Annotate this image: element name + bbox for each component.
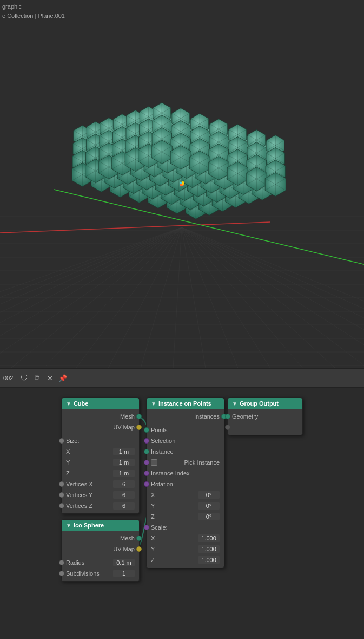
iop-pick-instance-row[interactable]: Pick Instance	[147, 457, 224, 468]
cube-uvmap-socket[interactable]	[136, 425, 142, 430]
cube-header-icon: ▼	[66, 401, 71, 407]
iop-instance-label: Instance	[151, 448, 174, 455]
ico-subdiv-value[interactable]: 1	[113, 570, 135, 577]
cube-title: Cube	[74, 400, 89, 407]
go-body: Geometry	[228, 409, 302, 435]
iop-rot-y-row[interactable]: Y 0°	[147, 500, 224, 511]
pin-icon[interactable]: 📌	[57, 373, 68, 383]
iop-pick-checkbox[interactable]	[151, 459, 157, 466]
ico-subdiv-label: Subdivisions	[66, 570, 100, 577]
iop-node-header[interactable]: ▼ Instance on Points	[147, 398, 224, 409]
go-node-header[interactable]: ▼ Group Output	[228, 398, 302, 409]
iop-points-socket[interactable]	[144, 427, 149, 433]
iop-rot-x-row[interactable]: X 0°	[147, 490, 224, 500]
instance-on-points-node[interactable]: ▼ Instance on Points Instances Points Se…	[146, 397, 224, 568]
3d-viewport[interactable]: graphic e Collection | Plane.001	[0, 0, 364, 368]
cube-mesh-row: Mesh	[62, 411, 139, 422]
ico-radius-value[interactable]: 0.1 m	[113, 559, 135, 566]
ico-radius-label: Radius	[66, 559, 84, 566]
iop-index-socket[interactable]	[144, 471, 149, 476]
iop-rot-y-value[interactable]: 0°	[198, 502, 220, 510]
cube-vz-row[interactable]: Vertices Z 6	[62, 500, 139, 511]
cube-vz-socket[interactable]	[59, 503, 64, 508]
go-geometry-socket[interactable]	[225, 414, 230, 419]
node-toolbar: 002 🛡 ⧉ ✕ 📌	[0, 368, 364, 388]
cube-z-row[interactable]: Z 1 m	[62, 468, 139, 479]
cube-x-value[interactable]: 1 m	[113, 448, 135, 455]
cube-vx-row[interactable]: Vertices X 6	[62, 479, 139, 490]
go-title: Group Output	[240, 400, 279, 407]
ico-subdiv-socket[interactable]	[59, 571, 64, 576]
cube-size-row: Size:	[62, 435, 139, 446]
iop-scale-z-label: Z	[151, 557, 155, 563]
iop-selection-row: Selection	[147, 435, 224, 446]
iop-points-row: Points	[147, 425, 224, 435]
iop-selection-socket[interactable]	[144, 438, 149, 444]
cube-body: Mesh UV Map Size: X 1 m Y 1 m	[62, 409, 139, 513]
cube-vz-value[interactable]: 6	[113, 502, 135, 510]
iop-rot-z-label: Z	[151, 513, 155, 520]
cube-z-value[interactable]: 1 m	[113, 470, 135, 477]
shield-icon[interactable]: 🛡	[18, 373, 29, 383]
frame-label: 002	[3, 375, 13, 381]
ico-radius-row[interactable]: Radius 0.1 m	[62, 557, 139, 568]
iop-instance-socket[interactable]	[144, 449, 149, 454]
cube-vy-row[interactable]: Vertices Y 6	[62, 490, 139, 500]
cube-y-value[interactable]: 1 m	[113, 459, 135, 466]
iop-header-icon: ▼	[151, 401, 156, 407]
ico-radius-socket[interactable]	[59, 560, 64, 565]
cube-size-label: Size:	[66, 438, 79, 444]
iop-rot-z-row[interactable]: Z 0°	[147, 511, 224, 522]
group-output-node[interactable]: ▼ Group Output Geometry	[227, 397, 303, 435]
iop-rot-y-label: Y	[151, 503, 155, 509]
iop-scale-socket[interactable]	[144, 525, 149, 530]
iop-instances-label: Instances	[194, 413, 220, 420]
ico-mesh-row: Mesh	[62, 533, 139, 544]
cube-vx-socket[interactable]	[59, 481, 64, 487]
iop-rot-x-value[interactable]: 0°	[198, 491, 220, 499]
ico-mesh-socket[interactable]	[136, 536, 142, 541]
iop-scale-x-value[interactable]: 1.000	[198, 534, 220, 542]
iop-scale-x-row[interactable]: X 1.000	[147, 533, 224, 544]
cube-node-header[interactable]: ▼ Cube	[62, 398, 139, 409]
ico-node-header[interactable]: ▼ Ico Sphere	[62, 520, 139, 531]
cube-node[interactable]: ▼ Cube Mesh UV Map Size:	[61, 397, 140, 514]
cube-x-row[interactable]: X 1 m	[62, 446, 139, 457]
iop-pick-socket[interactable]	[144, 460, 149, 465]
iop-scale-z-value[interactable]: 1.000	[198, 556, 220, 564]
iop-rot-z-value[interactable]: 0°	[198, 513, 220, 520]
iop-scale-z-row[interactable]: Z 1.000	[147, 555, 224, 565]
ico-subdiv-row[interactable]: Subdivisions 1	[62, 568, 139, 579]
cube-vy-socket[interactable]	[59, 492, 64, 498]
go-extra-socket[interactable]	[225, 425, 230, 430]
scene-canvas	[0, 0, 364, 368]
go-header-icon: ▼	[232, 401, 237, 407]
cube-z-label: Z	[66, 470, 70, 477]
node-editor[interactable]: ▼ Cube Mesh UV Map Size:	[0, 388, 364, 639]
iop-rotation-row: Rotation:	[147, 479, 224, 490]
cube-size-socket[interactable]	[59, 438, 64, 444]
iop-scale-y-row[interactable]: Y 1.000	[147, 544, 224, 555]
cube-y-label: Y	[66, 459, 70, 466]
cube-mesh-socket[interactable]	[136, 414, 142, 419]
iop-rotation-label: Rotation:	[151, 481, 175, 487]
iop-rotation-socket[interactable]	[144, 481, 149, 487]
cube-vy-label: Vertices Y	[66, 492, 92, 498]
cube-y-row[interactable]: Y 1 m	[62, 457, 139, 468]
cube-x-label: X	[66, 448, 70, 455]
close-icon[interactable]: ✕	[44, 373, 55, 383]
copy-icon[interactable]: ⧉	[31, 373, 42, 383]
cube-vx-label: Vertices X	[66, 481, 93, 487]
iop-scale-label: Scale:	[151, 524, 168, 531]
ico-uvmap-socket[interactable]	[136, 546, 142, 552]
iop-body: Instances Points Selection Instance	[147, 409, 224, 568]
iop-instances-row: Instances	[147, 411, 224, 422]
ico-sphere-node[interactable]: ▼ Ico Sphere Mesh UV Map Radius 0.1 m	[61, 519, 140, 582]
cube-vy-value[interactable]: 6	[113, 491, 135, 499]
cube-vz-label: Vertices Z	[66, 503, 92, 509]
iop-scale-y-value[interactable]: 1.000	[198, 545, 220, 553]
cube-vx-value[interactable]: 6	[113, 480, 135, 488]
ico-body: Mesh UV Map Radius 0.1 m Subdivisions 1	[62, 531, 139, 581]
iop-title: Instance on Points	[158, 400, 211, 407]
cube-mesh-label: Mesh	[120, 413, 135, 420]
